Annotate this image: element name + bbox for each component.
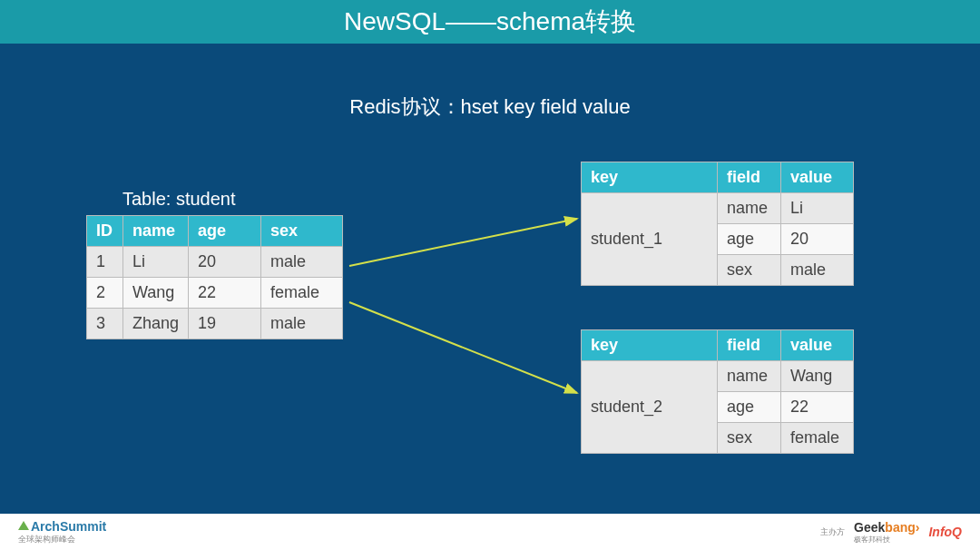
redis-table-1: key field value student_1 name Li age 20…	[581, 162, 854, 286]
arrow-line	[349, 302, 577, 393]
footer-left-logo: ArchSummit 全球架构师峰会	[18, 519, 106, 545]
table-row: 3 Zhang 19 male	[87, 309, 343, 339]
col-name: name	[123, 216, 189, 247]
arrow-line	[349, 219, 577, 266]
geekbang-logo: Geekbang› 极客邦科技	[854, 520, 919, 545]
col-sex: sex	[261, 216, 343, 247]
col-id: ID	[87, 216, 123, 247]
slide-title: NewSQL——schema转换	[0, 0, 980, 44]
table-row: student_2 name Wang	[582, 361, 854, 392]
student-table-block: Table: student ID name age sex 1 Li 20 m…	[86, 189, 343, 339]
table-header-row: key field value	[582, 330, 854, 361]
slide-content: Table: student ID name age sex 1 Li 20 m…	[0, 121, 980, 502]
kv-table: key field value student_1 name Li age 20…	[581, 162, 854, 286]
redis-table-2: key field value student_2 name Wang age …	[581, 329, 854, 454]
mountain-icon	[18, 521, 29, 530]
col-age: age	[189, 216, 261, 247]
student-table: ID name age sex 1 Li 20 male 2 Wang 22 f…	[86, 215, 343, 339]
table-caption: Table: student	[86, 189, 343, 210]
table-row: 1 Li 20 male	[87, 247, 343, 278]
footer: ArchSummit 全球架构师峰会 主办方 Geekbang› 极客邦科技 I…	[0, 514, 980, 550]
infoq-logo: InfoQ	[928, 525, 962, 539]
table-header-row: ID name age sex	[87, 216, 343, 247]
table-header-row: key field value	[582, 162, 854, 193]
kv-table: key field value student_2 name Wang age …	[581, 329, 854, 454]
slide-subtitle: Redis协议：hset key field value	[0, 93, 980, 121]
table-row: student_1 name Li	[582, 193, 854, 224]
footer-right-logos: 主办方 Geekbang› 极客邦科技 InfoQ	[820, 520, 962, 545]
table-row: 2 Wang 22 female	[87, 278, 343, 309]
